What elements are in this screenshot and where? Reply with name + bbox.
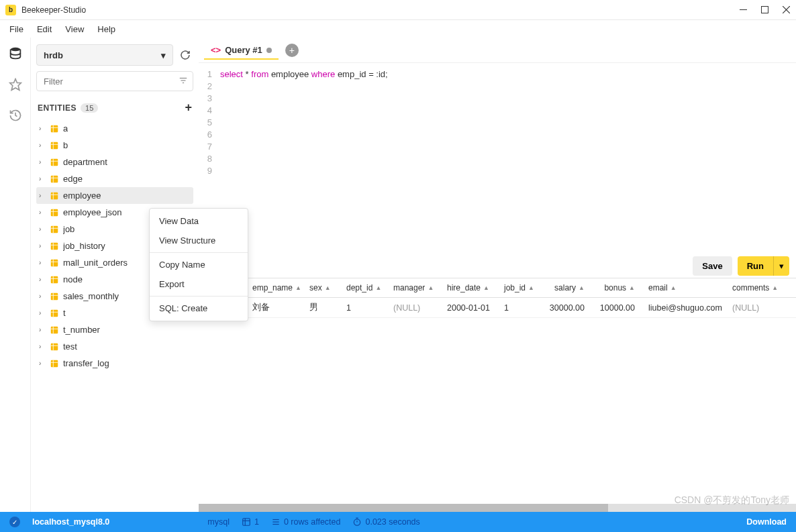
entity-a[interactable]: ›a [36,120,193,137]
column-header-email[interactable]: email▲ [642,283,726,292]
table-cell[interactable]: 10000.00 [591,303,642,313]
new-tab-button[interactable]: + [285,44,299,57]
window-controls [738,5,791,15]
svg-rect-9 [51,125,58,132]
scrollbar-thumb[interactable] [199,504,608,512]
entity-department[interactable]: ›department [36,154,193,170]
chevron-right-icon: › [39,242,46,250]
context-menu-item[interactable]: Export [150,274,248,294]
column-header-dept_id[interactable]: dept_id▲ [340,283,387,292]
entity-label: employee [63,191,101,201]
code-view[interactable]: select * from employee where emp_id = :i… [216,63,796,278]
chevron-right-icon: › [39,343,46,350]
entity-label: sales_monthly [63,291,119,301]
entity-label: test [63,341,77,352]
close-button[interactable] [781,5,791,15]
maximize-button[interactable] [760,5,769,15]
column-header-manager[interactable]: manager▲ [387,283,440,292]
context-menu-item[interactable]: Copy Name [150,255,248,274]
app-logo-icon: b [5,5,16,15]
add-entity-button[interactable]: + [185,101,192,115]
query-tab[interactable]: <> Query #1 [204,41,279,59]
svg-rect-48 [51,343,58,350]
sort-icon: ▲ [528,284,534,291]
filter-row [36,71,193,91]
svg-rect-1 [761,7,768,13]
history-icon[interactable] [6,106,25,125]
context-menu-item[interactable]: View Data [150,211,248,231]
filter-icon[interactable] [179,76,188,87]
menu-view[interactable]: View [60,22,89,36]
column-header-comments[interactable]: comments▲ [726,283,789,292]
menu-edit[interactable]: Edit [32,22,57,36]
results-header: emp_id▲emp_name▲sex▲dept_id▲manager▲hire… [199,278,796,298]
svg-rect-27 [51,225,58,233]
entity-label: b [63,140,68,150]
connection-label[interactable]: localhost_mysql8.0 [32,517,109,527]
chevron-right-icon: › [39,276,46,283]
svg-rect-51 [51,360,58,367]
entity-label: job_history [63,241,105,251]
database-icon[interactable] [6,44,25,63]
column-header-job_id[interactable]: job_id▲ [497,283,541,292]
column-header-emp_name[interactable]: emp_name▲ [246,283,303,292]
table-cell[interactable]: 刘备 [246,302,303,313]
filter-input[interactable] [36,71,193,91]
sort-icon: ▲ [428,284,434,291]
entity-employee[interactable]: ›employee [36,187,193,204]
horizontal-scrollbar[interactable] [199,504,796,512]
table-cell[interactable]: (NULL) [387,303,440,313]
chevron-right-icon: › [39,175,46,182]
table-cell[interactable]: 30000.00 [541,303,591,313]
column-header-bonus[interactable]: bonus▲ [591,283,642,292]
table-cell[interactable]: liubei@shuguo.com [642,303,726,313]
database-select[interactable]: hrdb ▾ [36,44,173,66]
database-select-value: hrdb [44,50,63,60]
run-button[interactable]: Run [738,256,773,276]
query-timing: 0.023 seconds [352,517,419,527]
table-cell[interactable]: (NULL) [726,303,789,313]
entity-t_number[interactable]: ›t_number [36,321,193,338]
save-button[interactable]: Save [693,256,732,276]
table-icon [50,309,59,318]
column-header-sex[interactable]: sex▲ [303,283,340,292]
content-area: <> Query #1 + 123456789 select * from em… [199,38,796,512]
context-menu: View DataView StructureCopy NameExportSQ… [149,208,248,321]
chevron-down-icon: ▾ [161,50,166,60]
tab-label: Query #1 [225,45,262,55]
column-header-salary[interactable]: salary▲ [541,283,591,292]
entity-transfer_log[interactable]: ›transfer_log [36,355,193,372]
context-menu-divider [150,296,248,297]
sql-editor[interactable]: 123456789 select * from employee where e… [199,63,796,278]
table-cell[interactable]: 男 [303,302,340,313]
svg-rect-54 [243,519,250,526]
menubar: File Edit View Help [0,20,796,38]
download-link[interactable]: Download [746,517,787,527]
chevron-right-icon: › [39,309,46,317]
entity-label: department [63,157,107,167]
context-menu-item[interactable]: View Structure [150,231,248,250]
menu-file[interactable]: File [4,22,29,36]
context-menu-item[interactable]: SQL: Create [150,299,248,318]
table-icon [50,258,59,268]
menu-help[interactable]: Help [92,22,121,36]
table-cell[interactable]: 1 [340,303,387,313]
svg-rect-12 [51,142,58,149]
table-cell[interactable]: 2000-01-01 [440,303,497,313]
entity-b[interactable]: ›b [36,137,193,154]
entity-label: node [63,274,83,284]
run-dropdown-button[interactable]: ▾ [773,256,789,276]
unsaved-dot-icon [266,48,272,53]
column-header-hire_date[interactable]: hire_date▲ [440,283,497,292]
table-icon [50,342,59,352]
table-row[interactable]: 1刘备男1(NULL)2000-01-01130000.0010000.00li… [199,298,796,318]
star-icon[interactable] [6,75,25,94]
sort-icon: ▲ [483,284,489,291]
refresh-button[interactable] [177,47,193,63]
minimize-button[interactable] [738,5,748,15]
table-icon [50,158,59,167]
entity-edge[interactable]: ›edge [36,170,193,187]
table-cell[interactable]: 1 [497,303,541,313]
rows-affected: 0 rows affected [271,517,341,527]
entity-test[interactable]: ›test [36,338,193,355]
